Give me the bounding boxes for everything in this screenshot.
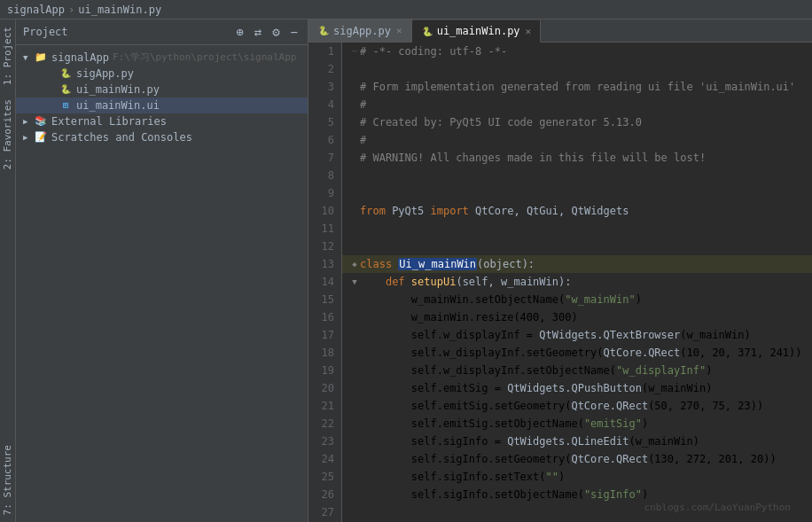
extlibs-icon: 📚	[34, 115, 48, 128]
code-line[interactable]	[342, 184, 812, 202]
side-tab-favorites[interactable]: 2: Favorites	[0, 92, 15, 176]
fold-gutter[interactable]: ─	[349, 43, 360, 60]
tab-sigapp-icon: 🐍	[317, 25, 330, 37]
side-tab-structure[interactable]: 7: Structure	[0, 438, 15, 522]
code-text: def setupUi(self, w_mainWin):	[360, 273, 571, 291]
code-line[interactable]: self.sigInfo.setGeometry(QtCore.QRect(13…	[342, 450, 812, 468]
uimainwinpy-label: ui_mainWin.py	[76, 83, 160, 96]
code-content[interactable]: ─# -*- coding: utf-8 -*- # Form implemen…	[342, 43, 812, 522]
uimainwinui-label: ui_mainWin.ui	[76, 99, 160, 112]
sidebar-icon-sync[interactable]: ⇄	[252, 23, 264, 41]
code-text: class Ui_w_mainWin(object):	[360, 255, 535, 273]
code-text	[360, 60, 366, 78]
editor-area: 🐍 sigApp.py ✕ 🐍 ui_mainWin.py ✕ 12345678…	[308, 19, 812, 522]
fold-gutter[interactable]: ◆	[349, 255, 360, 273]
code-text: self.emitSig.setGeometry(QtCore.QRect(50…	[360, 397, 763, 415]
tree-arrow-scratches: ▶	[23, 133, 34, 142]
tab-uimainwinpy-label: ui_mainWin.py	[437, 25, 520, 37]
line-numbers: 1234567891011121314151617181920212223242…	[308, 43, 342, 522]
tree-arrow-extlibs: ▶	[23, 117, 34, 126]
code-text: self.w_displayInf.setObjectName("w_displ…	[360, 362, 712, 379]
folder-icon: 📁	[34, 51, 48, 64]
code-line[interactable]	[342, 60, 812, 78]
root-label: signalApp	[51, 51, 109, 64]
tab-uimainwinpy-icon: 🐍	[421, 25, 433, 37]
code-line[interactable]: self.w_displayInf.setObjectName("w_displ…	[342, 362, 812, 379]
sidebar-toolbar: ⊕ ⇄ ⚙ −	[233, 23, 301, 41]
code-line[interactable]: ▼ def setupUi(self, w_mainWin):	[342, 273, 812, 291]
py-file-icon-sigapp: 🐍	[59, 67, 73, 80]
code-text: #	[360, 96, 366, 113]
code-text: # -*- coding: utf-8 -*-	[360, 43, 507, 60]
fold-gutter[interactable]: ▼	[349, 273, 360, 291]
code-line[interactable]: self.sigInfo = QtWidgets.QLineEdit(w_mai…	[342, 432, 812, 450]
code-line[interactable]: ─# -*- coding: utf-8 -*-	[342, 43, 812, 60]
ui-file-icon-uimainwinui: ⊞	[59, 99, 73, 112]
code-line[interactable]: w_mainWin.resize(400, 300)	[342, 308, 812, 326]
code-text: # Form implementation generated from rea…	[360, 78, 795, 96]
code-line[interactable]	[342, 167, 812, 184]
py-file-icon-uimainwinpy: 🐍	[59, 83, 73, 96]
code-text: self.emitSig = QtWidgets.QPushButton(w_m…	[360, 379, 712, 397]
tab-sigapp-close[interactable]: ✕	[396, 25, 402, 36]
extlibs-label: External Libraries	[51, 115, 167, 128]
sidebar-icon-settings[interactable]: ⚙	[269, 23, 282, 41]
code-line[interactable]: w_mainWin.setObjectName("w_mainWin")	[342, 291, 812, 308]
tree-item-root[interactable]: ▼ 📁 signalApp F:\学习\python\project\signa…	[16, 49, 308, 66]
tab-uimainwinpy[interactable]: 🐍 ui_mainWin.py ✕	[412, 20, 542, 43]
tree-item-scratches[interactable]: ▶ 📝 Scratches and Consoles	[16, 129, 308, 145]
side-tab-project[interactable]: 1: Project	[0, 19, 15, 92]
code-line[interactable]: #	[342, 96, 812, 113]
code-text: # WARNING! All changes made in this file…	[360, 149, 706, 167]
code-text: self.sigInfo.setGeometry(QtCore.QRect(13…	[360, 450, 777, 468]
code-editor: 1234567891011121314151617181920212223242…	[308, 43, 812, 522]
tree-item-uimainwinpy[interactable]: 🐍 ui_mainWin.py	[16, 82, 308, 97]
code-line[interactable]: self.emitSig = QtWidgets.QPushButton(w_m…	[342, 379, 812, 397]
code-line[interactable]: self.sigInfo.setText("")	[342, 468, 812, 486]
code-line[interactable]: #	[342, 131, 812, 149]
tab-sigapp-label: sigApp.py	[333, 25, 391, 37]
scratches-label: Scratches and Consoles	[51, 131, 192, 144]
tree-item-extlibs[interactable]: ▶ 📚 External Libraries	[16, 113, 308, 129]
code-line[interactable]: # Created by: PyQt5 UI code generator 5.…	[342, 113, 812, 131]
root-path: F:\学习\python\project\signalApp	[113, 51, 296, 64]
code-line[interactable]: self.emitSig.setGeometry(QtCore.QRect(50…	[342, 397, 812, 415]
tab-bar: 🐍 sigApp.py ✕ 🐍 ui_mainWin.py ✕	[308, 19, 812, 43]
code-line[interactable]: self.emitSig.setObjectName("emitSig")	[342, 415, 812, 432]
code-line[interactable]: self.w_displayInf.setGeometry(QtCore.QRe…	[342, 344, 812, 362]
code-line[interactable]: # Form implementation generated from rea…	[342, 78, 812, 96]
code-line[interactable]	[342, 238, 812, 255]
code-line[interactable]: self.w_displayInf = QtWidgets.QTextBrows…	[342, 326, 812, 344]
title-file: ui_mainWin.py	[78, 4, 161, 16]
sigapp-label: sigApp.py	[76, 67, 134, 80]
code-line[interactable]: ◆class Ui_w_mainWin(object):	[342, 255, 812, 273]
code-text	[360, 184, 366, 202]
tree-item-uimainwinui[interactable]: ⊞ ui_mainWin.ui	[16, 97, 308, 113]
code-line[interactable]	[342, 503, 812, 521]
code-line[interactable]: # WARNING! All changes made in this file…	[342, 149, 812, 167]
code-line[interactable]: self.sigInfo.setObjectName("sigInfo")	[342, 486, 812, 503]
code-text	[360, 238, 366, 255]
tab-uimainwinpy-close[interactable]: ✕	[526, 26, 532, 37]
tab-sigapp[interactable]: 🐍 sigApp.py ✕	[308, 19, 412, 42]
code-text: from PyQt5 import QtCore, QtGui, QtWidge…	[360, 202, 629, 220]
left-side-tabs: 1: Project 2: Favorites 7: Structure	[0, 19, 16, 522]
tree-item-sigapp[interactable]: 🐍 sigApp.py	[16, 66, 308, 82]
code-text: self.sigInfo.setObjectName("sigInfo")	[360, 486, 648, 503]
code-line[interactable]	[342, 220, 812, 238]
sidebar-icon-collapse[interactable]: −	[288, 23, 301, 41]
code-text: self.w_displayInf.setGeometry(QtCore.QRe…	[360, 344, 802, 362]
code-text: self.sigInfo = QtWidgets.QLineEdit(w_mai…	[360, 432, 699, 450]
code-line[interactable]: from PyQt5 import QtCore, QtGui, QtWidge…	[342, 202, 812, 220]
sidebar-header: Project ⊕ ⇄ ⚙ −	[16, 19, 308, 45]
code-text	[360, 220, 366, 238]
code-text: w_mainWin.resize(400, 300)	[360, 308, 578, 326]
code-text	[360, 503, 366, 521]
sidebar-title: Project	[23, 26, 233, 38]
title-sep: ›	[68, 4, 74, 16]
sidebar-icon-add[interactable]: ⊕	[233, 23, 246, 41]
scratches-icon: 📝	[34, 131, 48, 144]
title-bar: signalApp › ui_mainWin.py	[0, 0, 812, 19]
code-text: # Created by: PyQt5 UI code generator 5.…	[360, 113, 642, 131]
code-text: #	[360, 131, 366, 149]
